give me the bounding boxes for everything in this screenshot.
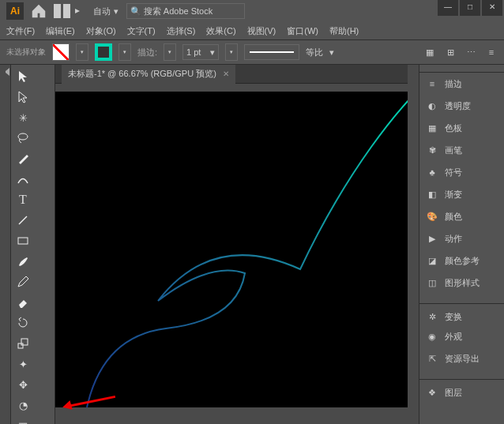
menu-file[interactable]: 文件(F)	[6, 25, 35, 37]
search-icon: 🔍	[130, 6, 141, 17]
svg-rect-4	[18, 238, 28, 244]
stroke-label: 描边:	[137, 47, 157, 58]
workspace-label: 自动	[93, 6, 111, 17]
color-guide-icon: ◪	[426, 254, 438, 267]
collapse-left-icon[interactable]	[2, 68, 9, 76]
maximize-button[interactable]: □	[460, 0, 480, 16]
panel-label: 图层	[445, 387, 462, 399]
stroke-weight-dropdown[interactable]: ▾	[225, 43, 238, 61]
fill-color-swatch[interactable]	[52, 43, 70, 61]
panel-transform[interactable]: ✲变换	[419, 303, 504, 325]
panel-appearance[interactable]: ◉外观	[419, 325, 504, 347]
panel-transparency[interactable]: ◐透明度	[419, 95, 504, 117]
svg-rect-1	[63, 4, 70, 18]
pencil-tool[interactable]	[13, 272, 33, 292]
curvature-tool[interactable]	[13, 169, 33, 189]
line-tool[interactable]	[13, 210, 33, 231]
paintbrush-tool[interactable]	[13, 251, 33, 272]
stroke-dropdown[interactable]: ▾	[118, 43, 131, 61]
workspace-switcher[interactable]: 自动▾	[93, 6, 118, 17]
brush-preview[interactable]	[244, 44, 299, 60]
pen-tool[interactable]	[13, 148, 33, 169]
panel-label: 颜色	[445, 211, 462, 223]
lasso-tool[interactable]	[13, 128, 33, 148]
eraser-tool[interactable]	[13, 292, 33, 313]
control-bar: 未选择对象 ▾ ▾ 描边: ▾ 1 pt▾ ▾ 等比▾ ▦ ⊞ ⋯ ≡	[0, 39, 504, 65]
menu-object[interactable]: 对象(O)	[86, 25, 116, 37]
stroke-weight-input[interactable]: 1 pt▾	[182, 44, 219, 60]
main-menu: 文件(F) 编辑(E) 对象(O) 文字(T) 选择(S) 效果(C) 视图(V…	[0, 22, 504, 39]
symbols-icon: ♣	[426, 166, 438, 178]
panel-label: 色板	[445, 122, 462, 134]
panel-label: 画笔	[445, 144, 462, 156]
transparency-icon: ◐	[426, 99, 438, 112]
align-panel-icon[interactable]: ▦	[423, 46, 436, 58]
actions-icon: ▶	[426, 232, 438, 245]
svg-point-2	[18, 133, 28, 140]
transform-panel-icon[interactable]: ⊞	[444, 46, 457, 58]
panel-stroke[interactable]: ≡描边	[419, 73, 504, 95]
panel-menu-icon[interactable]: ≡	[485, 46, 498, 58]
menu-window[interactable]: 窗口(W)	[287, 25, 318, 37]
stroke-panel-link[interactable]: ▾	[164, 43, 176, 61]
stepper-icon: ▾	[210, 47, 215, 58]
document-tab[interactable]: 未标题-1* @ 66.67% (RGB/GPU 预览) ✕	[62, 65, 235, 84]
panel-swatches[interactable]: ▦色板	[419, 117, 504, 139]
gradient-icon: ◧	[426, 188, 438, 201]
panel-label: 图形样式	[445, 277, 480, 289]
right-panel-dock: ≡描边 ◐透明度 ▦色板 ✾画笔 ♣符号 ◧渐变 🎨颜色 ▶动作 ◪颜色参考 ◫…	[419, 65, 504, 424]
svg-rect-0	[54, 4, 61, 18]
artboard	[55, 92, 408, 407]
stock-search-input[interactable]: 🔍 搜索 Adobe Stock	[126, 3, 245, 19]
appearance-icon: ◉	[426, 330, 438, 343]
minimize-button[interactable]: —	[438, 0, 458, 16]
free-transform-tool[interactable]: ✥	[13, 374, 33, 395]
panel-symbols[interactable]: ♣符号	[419, 161, 504, 183]
menu-edit[interactable]: 编辑(E)	[46, 25, 75, 37]
close-button[interactable]: ✕	[482, 0, 502, 16]
prefs-icon[interactable]: ⋯	[465, 46, 477, 58]
magic-wand-tool[interactable]: ✳	[13, 107, 33, 128]
shape-builder-tool[interactable]: ◔	[13, 395, 33, 415]
right-edge-strip	[408, 65, 419, 424]
panel-layers[interactable]: ❖图层	[419, 379, 504, 401]
menu-effect[interactable]: 效果(C)	[206, 25, 235, 37]
type-tool[interactable]: T	[13, 189, 33, 210]
stroke-color-swatch[interactable]	[95, 43, 112, 61]
menu-view[interactable]: 视图(V)	[247, 25, 276, 37]
selection-tool[interactable]	[13, 66, 33, 87]
left-edge-strip	[0, 65, 11, 424]
toolbox: ✳ T ✦ ✥ ◔ ▦ ▩ ◉ ✺ ▭ ✂ ⤭	[11, 65, 55, 424]
panel-color-guide[interactable]: ◪颜色参考	[419, 250, 504, 272]
menu-type[interactable]: 文字(T)	[127, 25, 156, 37]
tab-close-icon[interactable]: ✕	[223, 69, 229, 78]
svg-rect-6	[21, 339, 28, 345]
artwork-path	[55, 92, 408, 407]
canvas[interactable]	[55, 84, 408, 424]
rotate-tool[interactable]	[13, 313, 33, 333]
panel-label: 资源导出	[445, 353, 480, 365]
transform-icon: ✲	[426, 311, 438, 324]
fill-dropdown[interactable]: ▾	[76, 43, 88, 61]
panel-brushes[interactable]: ✾画笔	[419, 139, 504, 161]
menu-select[interactable]: 选择(S)	[167, 25, 196, 37]
brushes-icon: ✾	[426, 144, 438, 156]
scale-tool[interactable]	[13, 333, 33, 354]
svg-line-3	[19, 216, 27, 224]
home-button[interactable]	[30, 2, 47, 20]
panel-gradient[interactable]: ◧渐变	[419, 183, 504, 205]
scale-mode-label[interactable]: 等比	[306, 47, 323, 58]
width-tool[interactable]: ✦	[13, 354, 33, 374]
chevron-down-icon: ▾	[114, 6, 118, 17]
rectangle-tool[interactable]	[13, 231, 33, 251]
direct-selection-tool[interactable]	[13, 87, 33, 107]
panel-color[interactable]: 🎨颜色	[419, 205, 504, 227]
perspective-tool[interactable]: ▦	[13, 415, 33, 424]
menu-help[interactable]: 帮助(H)	[329, 25, 359, 37]
panel-label: 透明度	[445, 100, 471, 112]
panel-graphic-styles[interactable]: ◫图形样式	[419, 272, 504, 294]
panel-actions[interactable]: ▶动作	[419, 227, 504, 250]
layers-icon: ❖	[426, 387, 438, 400]
panel-asset-export[interactable]: ⇱资源导出	[419, 347, 504, 370]
arrange-docs-button[interactable]	[54, 2, 82, 20]
